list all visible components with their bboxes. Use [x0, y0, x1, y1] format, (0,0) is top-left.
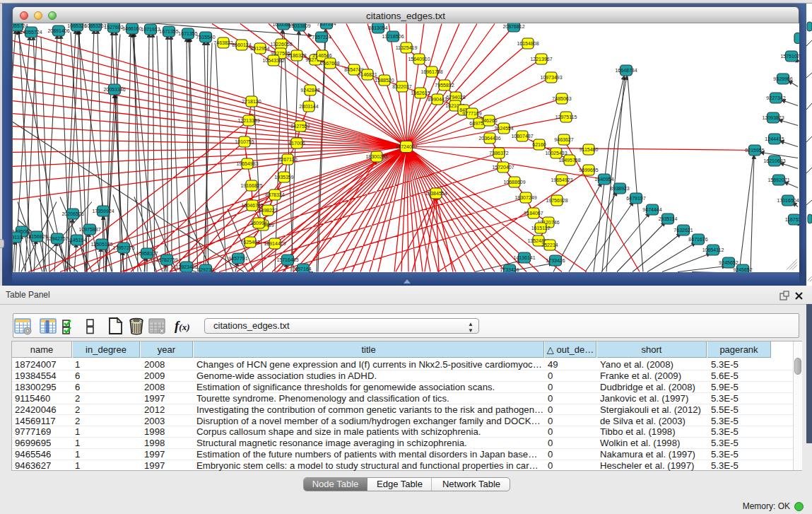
svg-text:3624554: 3624554	[494, 126, 513, 131]
svg-text:3267130: 3267130	[278, 157, 297, 162]
svg-text:9329966: 9329966	[773, 76, 792, 81]
svg-text:8660124: 8660124	[232, 42, 251, 47]
svg-text:9463627: 9463627	[554, 137, 573, 142]
svg-text:16914479: 16914479	[264, 241, 286, 246]
svg-text:1733426: 1733426	[500, 267, 519, 272]
svg-text:17359924: 17359924	[92, 209, 114, 214]
svg-text:129234: 129234	[197, 267, 213, 272]
svg-text:12213967: 12213967	[530, 57, 552, 62]
svg-text:1935359: 1935359	[274, 175, 293, 180]
svg-text:1588520: 1588520	[375, 78, 394, 83]
svg-text:18495758: 18495758	[558, 158, 580, 163]
svg-text:157164: 157164	[295, 267, 311, 271]
svg-text:1167533: 1167533	[785, 217, 799, 222]
svg-text:15720407: 15720407	[492, 165, 514, 170]
svg-text:12942757: 12942757	[46, 236, 68, 241]
svg-text:252214: 252214	[541, 243, 558, 247]
svg-text:20364436: 20364436	[478, 136, 500, 141]
svg-text:1671355: 1671355	[178, 31, 197, 36]
svg-text:12505135: 12505135	[90, 242, 112, 247]
svg-text:10807487: 10807487	[511, 134, 533, 139]
svg-text:9498222: 9498222	[258, 208, 277, 213]
svg-text:8186328: 8186328	[287, 53, 306, 58]
svg-text:10688609: 10688609	[503, 180, 525, 185]
svg-text:10025433: 10025433	[545, 151, 567, 156]
svg-text:9242848: 9242848	[300, 88, 319, 93]
svg-text:8990443: 8990443	[428, 97, 447, 102]
svg-text:1527602: 1527602	[104, 25, 123, 30]
svg-text:13218506: 13218506	[382, 34, 404, 39]
svg-text:12156829: 12156829	[25, 234, 47, 239]
svg-text:7515540: 7515540	[196, 35, 215, 40]
svg-text:12093873: 12093873	[762, 115, 784, 120]
svg-text:10975887: 10975887	[78, 227, 100, 232]
svg-text:16046766: 16046766	[241, 203, 263, 208]
svg-text:1671355: 1671355	[159, 29, 178, 34]
svg-text:17957275: 17957275	[112, 245, 134, 250]
svg-text:8912954: 8912954	[250, 46, 269, 51]
svg-text:8454749: 8454749	[344, 67, 363, 72]
svg-text:417006: 417006	[288, 141, 305, 146]
svg-text:9227342: 9227342	[766, 95, 785, 100]
svg-text:9457791: 9457791	[228, 256, 247, 261]
svg-text:14055724: 14055724	[20, 30, 42, 35]
svg-text:19756928: 19756928	[546, 198, 567, 203]
svg-text:62160: 62160	[532, 142, 546, 147]
svg-text:20876812: 20876812	[502, 24, 524, 29]
svg-text:16210643: 16210643	[763, 158, 785, 163]
svg-text:7357224: 7357224	[312, 35, 331, 40]
svg-text:8878334: 8878334	[265, 192, 284, 197]
svg-text:7463822: 7463822	[213, 40, 233, 45]
svg-text:18307249: 18307249	[514, 195, 536, 200]
svg-text:8471676: 8471676	[688, 237, 707, 242]
svg-text:20206576: 20206576	[61, 211, 83, 216]
svg-text:15640910: 15640910	[408, 57, 430, 62]
svg-text:20053346: 20053346	[103, 87, 125, 92]
svg-text:9115460: 9115460	[579, 147, 599, 152]
svg-text:16033809: 16033809	[288, 23, 310, 28]
svg-text:12975115: 12975115	[555, 115, 577, 119]
svg-text:1071913: 1071913	[141, 27, 160, 32]
svg-text:6466160: 6466160	[122, 26, 141, 31]
svg-text:9474444: 9474444	[642, 207, 661, 212]
svg-text:19654923: 19654923	[551, 177, 572, 182]
svg-text:1244415: 1244415	[765, 136, 784, 141]
svg-text:10654112: 10654112	[702, 247, 724, 252]
svg-text:8938923: 8938923	[610, 186, 629, 191]
svg-text:16154808: 16154808	[517, 41, 539, 46]
svg-text:9245652: 9245652	[733, 267, 752, 272]
svg-text:7625402: 7625402	[240, 240, 259, 245]
svg-text:20891406: 20891406	[47, 28, 69, 33]
svg-text:10543382: 10543382	[262, 58, 284, 63]
svg-text:18300295: 18300295	[365, 154, 387, 159]
svg-text:7632621: 7632621	[673, 228, 693, 233]
svg-text:11325419: 11325419	[396, 45, 418, 50]
svg-text:16961758: 16961758	[420, 69, 442, 74]
svg-text:8427552: 8427552	[290, 124, 310, 129]
svg-text:7955812: 7955812	[435, 83, 454, 88]
svg-text:9184067: 9184067	[524, 211, 543, 216]
svg-text:1562615: 1562615	[411, 90, 430, 95]
svg-text:15716485: 15716485	[276, 257, 298, 262]
svg-text:2935114: 2935114	[659, 216, 678, 221]
svg-text:15692071: 15692071	[767, 177, 789, 182]
svg-text:160994: 160994	[250, 221, 266, 226]
svg-text:10958107: 10958107	[136, 251, 158, 256]
svg-text:746266: 746266	[481, 118, 497, 123]
svg-text:16782759: 16782759	[155, 257, 177, 262]
svg-text:2667608: 2667608	[320, 61, 339, 66]
svg-text:9146821: 9146821	[358, 72, 377, 77]
svg-text:2718120: 2718120	[242, 99, 261, 104]
svg-text:2146546: 2146546	[312, 53, 331, 58]
svg-text:13226058: 13226058	[270, 42, 292, 47]
svg-text:14136141: 14136141	[513, 255, 535, 260]
svg-text:9699695: 9699695	[579, 168, 598, 173]
svg-text:12923486: 12923486	[175, 264, 197, 269]
svg-text:1640954: 1640954	[594, 177, 613, 182]
svg-text:17016504: 17016504	[777, 198, 799, 203]
svg-text:8813054: 8813054	[368, 25, 387, 30]
svg-text:9245652: 9245652	[719, 260, 738, 265]
svg-text:8322037: 8322037	[392, 84, 411, 89]
svg-text:6479197: 6479197	[626, 196, 645, 201]
svg-text:2803144: 2803144	[299, 104, 318, 109]
